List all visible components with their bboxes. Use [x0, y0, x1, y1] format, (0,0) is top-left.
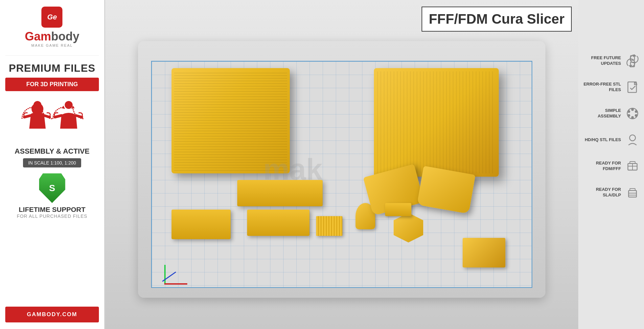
feature-sla-dlp: READY FOR SLA/DLP [582, 184, 641, 201]
logo-tagline: MAKE GAME REAL [31, 43, 73, 47]
feature-free-updates: FREE FUTURE UPDATES [582, 53, 641, 69]
feature-error-free-icon [624, 79, 641, 95]
divider-1 [5, 55, 99, 56]
logo-icon: Ge [41, 7, 62, 28]
scale-badge: IN SCALE 1:100, 1:200 [23, 158, 81, 167]
feature-sla-dlp-label: READY FOR SLA/DLP [582, 187, 621, 198]
3d-object-left-block [172, 68, 290, 173]
3d-object-comb [316, 216, 342, 236]
feature-simple-assembly-label: SIMPLE ASSEMBLY [582, 108, 621, 119]
lifetime-support-sub: FOR ALL PURCHASED FILES [17, 214, 87, 219]
feature-error-free-label: ERROR-FREE STL FILES [582, 82, 621, 93]
shield-letter: S [49, 183, 55, 193]
lifetime-support-title: LIFETIME SUPPORT [19, 206, 85, 214]
platform-base: mak [138, 41, 545, 298]
svg-point-18 [635, 110, 637, 113]
right-sidebar: FREE FUTURE UPDATES ERROR-FREE STL FILES [578, 0, 644, 329]
feature-fdm-fff-icon [624, 158, 641, 174]
figures-container [19, 99, 85, 142]
svg-rect-29 [630, 189, 635, 190]
feature-sla-dlp-icon [624, 184, 641, 201]
svg-rect-28 [629, 190, 636, 197]
3d-object-hexnut [394, 213, 423, 242]
svg-point-23 [630, 135, 635, 141]
3d-object-rect-bottom-mid [247, 210, 310, 236]
svg-point-19 [635, 114, 637, 117]
brand-body: body [51, 30, 80, 43]
objects-container [152, 62, 532, 287]
svg-rect-27 [630, 162, 635, 164]
feature-error-free: ERROR-FREE STL FILES [582, 79, 641, 95]
3d-object-rect-bottom-left [172, 210, 231, 239]
3d-object-right-block [374, 68, 499, 177]
for-3d-printing-badge: FOR 3D PRINTING [5, 78, 99, 91]
feature-free-updates-icon [624, 53, 641, 69]
feature-fdm-fff: READY FOR FDM/FFF [582, 158, 641, 174]
svg-rect-15 [628, 82, 636, 92]
platform-container: mak [122, 16, 562, 309]
title-overlay: FFF/FDM Cura Slicer [422, 7, 572, 32]
assembly-active-label: ASSEMBLY & ACTIVE [15, 147, 90, 156]
grid-surface [151, 61, 532, 288]
left-sidebar: Ge Gambody MAKE GAME REAL PREMIUM FILES … [0, 0, 104, 329]
feature-hd-hq: HD/HQ STL FILES [582, 132, 641, 148]
svg-line-7 [55, 115, 61, 117]
shield-icon: S [39, 173, 65, 203]
feature-fdm-fff-label: READY FOR FDM/FFF [582, 161, 621, 172]
feature-simple-assembly-icon [624, 105, 641, 122]
svg-line-2 [24, 115, 31, 117]
3d-object-small-bottom-right [463, 238, 505, 267]
premium-files-title: PREMIUM FILES [9, 62, 96, 74]
3d-object-flat-middle [237, 180, 323, 206]
svg-point-20 [631, 116, 634, 119]
svg-point-17 [631, 108, 634, 111]
svg-point-6 [65, 101, 73, 109]
3d-object-connector [385, 203, 411, 216]
feature-free-updates-label: FREE FUTURE UPDATES [582, 55, 621, 66]
logo-letters: Ge [47, 13, 57, 21]
feature-hd-hq-icon [624, 132, 641, 148]
axis-y [164, 265, 166, 285]
main-viewer: mak [105, 0, 578, 329]
axis-x [164, 283, 187, 285]
svg-point-21 [628, 114, 630, 117]
brand-name: Gambody [25, 30, 79, 43]
feature-hd-hq-label: HD/HQ STL FILES [582, 137, 621, 143]
gambody-url-button[interactable]: GAMBODY.COM [5, 307, 99, 322]
shield-container: S LIFETIME SUPPORT FOR ALL PURCHASED FIL… [17, 173, 87, 219]
svg-point-22 [628, 110, 630, 113]
svg-point-1 [34, 101, 41, 109]
platform: mak [131, 28, 552, 298]
logo-container: Ge Gambody MAKE GAME REAL [25, 7, 79, 47]
brand-gam: Gam [25, 30, 51, 43]
feature-simple-assembly: SIMPLE ASSEMBLY [582, 105, 641, 122]
